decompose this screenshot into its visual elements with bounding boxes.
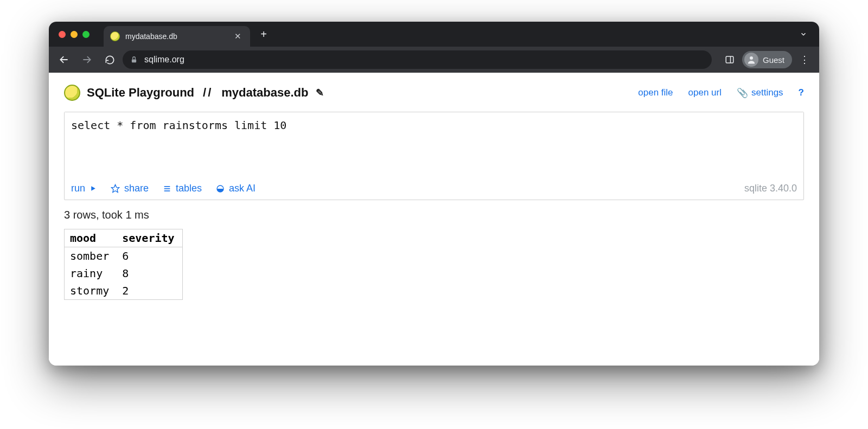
title-separator: // — [203, 86, 213, 100]
back-button[interactable] — [54, 50, 74, 69]
svg-rect-2 — [132, 59, 136, 62]
menu-button[interactable]: ⋮ — [795, 54, 814, 66]
app-title: SQLite Playground — [87, 86, 194, 100]
column-header: severity — [117, 229, 182, 247]
table-row: stormy2 — [65, 282, 183, 300]
open-file-link[interactable]: open file — [638, 87, 673, 98]
settings-link[interactable]: 📎 settings — [737, 87, 783, 99]
svg-point-5 — [750, 56, 753, 60]
side-panel-icon[interactable] — [720, 50, 739, 69]
profile-label: Guest — [763, 55, 784, 65]
table-row: rainy8 — [65, 265, 183, 282]
svg-rect-3 — [726, 56, 733, 63]
page-content: SQLite Playground // mydatabase.db ✎ ope… — [49, 73, 819, 366]
table-cell: stormy — [65, 282, 117, 300]
database-name: mydatabase.db — [221, 86, 308, 100]
profile-button[interactable]: Guest — [742, 51, 792, 68]
window-controls — [59, 31, 90, 38]
url-text: sqlime.org — [144, 55, 184, 65]
page-header: SQLite Playground // mydatabase.db ✎ ope… — [64, 85, 804, 101]
star-icon — [111, 184, 120, 193]
share-button[interactable]: share — [111, 183, 149, 194]
sql-editor[interactable] — [65, 112, 803, 176]
favicon-icon — [110, 31, 120, 41]
table-row: somber6 — [65, 247, 183, 265]
tables-button[interactable]: tables — [163, 183, 202, 194]
paperclip-icon: 📎 — [737, 87, 748, 99]
browser-toolbar: sqlime.org Guest ⋮ — [49, 47, 819, 73]
results-table: moodseverity somber6rainy8stormy2 — [64, 229, 183, 300]
result-status: 3 rows, took 1 ms — [64, 209, 804, 221]
edit-name-icon[interactable]: ✎ — [316, 87, 324, 99]
column-header: mood — [65, 229, 117, 247]
address-bar[interactable]: sqlime.org — [123, 50, 712, 69]
svg-marker-7 — [111, 184, 119, 192]
new-tab-button[interactable]: + — [256, 26, 272, 42]
close-window-icon[interactable] — [59, 31, 66, 38]
forward-button[interactable] — [77, 50, 97, 69]
header-links: open file open url 📎 settings ? — [638, 87, 804, 99]
toolbar-right: Guest ⋮ — [715, 50, 814, 69]
ask-ai-button[interactable]: ask AI — [216, 183, 256, 194]
minimize-window-icon[interactable] — [71, 31, 78, 38]
avatar-icon — [744, 53, 758, 67]
tabs-dropdown-icon[interactable] — [795, 30, 819, 38]
svg-marker-6 — [91, 186, 95, 191]
tab-title: mydatabase.db — [125, 32, 228, 41]
table-cell: 8 — [117, 265, 182, 282]
tab-bar: mydatabase.db ✕ + — [49, 22, 819, 47]
play-icon — [90, 185, 97, 192]
table-cell: somber — [65, 247, 117, 265]
reload-button[interactable] — [100, 50, 119, 69]
ai-icon — [216, 184, 225, 193]
table-cell: 6 — [117, 247, 182, 265]
run-button[interactable]: run — [71, 183, 97, 194]
list-icon — [163, 184, 171, 193]
table-cell: 2 — [117, 282, 182, 300]
browser-window: mydatabase.db ✕ + sqlime.org — [49, 22, 819, 366]
sql-editor-panel: run share tables — [64, 112, 804, 200]
browser-tab[interactable]: mydatabase.db ✕ — [104, 26, 250, 47]
open-url-link[interactable]: open url — [688, 87, 722, 98]
help-link[interactable]: ? — [799, 87, 804, 98]
app-logo-icon — [64, 85, 80, 101]
lock-icon — [130, 56, 138, 63]
table-header-row: moodseverity — [65, 229, 183, 247]
sqlite-version: sqlite 3.40.0 — [744, 183, 797, 194]
maximize-window-icon[interactable] — [82, 31, 90, 38]
editor-toolbar: run share tables — [65, 178, 803, 200]
table-cell: rainy — [65, 265, 117, 282]
close-tab-icon[interactable]: ✕ — [233, 31, 242, 41]
